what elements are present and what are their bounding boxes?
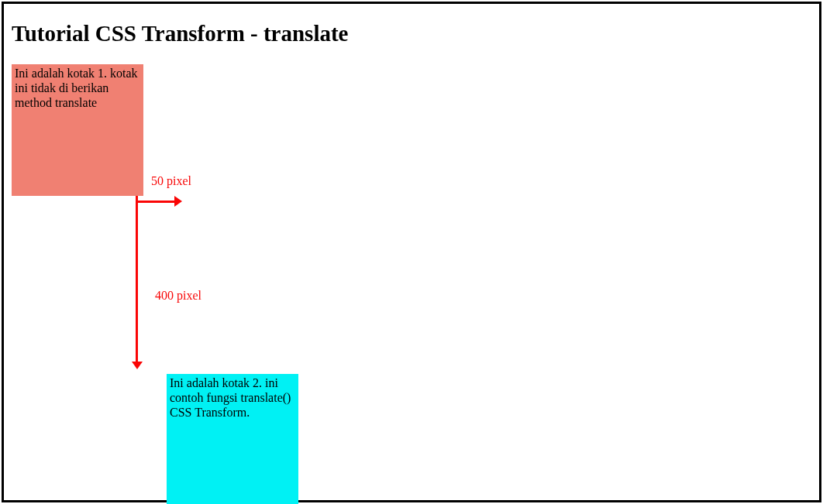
translate-y-label: 400 pixel <box>155 289 201 303</box>
page-frame: Tutorial CSS Transform - translate Ini a… <box>2 2 821 502</box>
translate-x-label: 50 pixel <box>151 174 191 188</box>
box-1: Ini adalah kotak 1. kotak ini tidak di b… <box>12 64 143 196</box>
arrow-down-icon <box>136 196 146 369</box>
page-title: Tutorial CSS Transform - translate <box>12 21 811 46</box>
box-1-text: Ini adalah kotak 1. kotak ini tidak di b… <box>15 67 138 109</box>
box-2: Ini adalah kotak 2. ini contoh fungsi tr… <box>167 374 298 504</box>
box-2-text: Ini adalah kotak 2. ini contoh fungsi tr… <box>170 376 291 419</box>
